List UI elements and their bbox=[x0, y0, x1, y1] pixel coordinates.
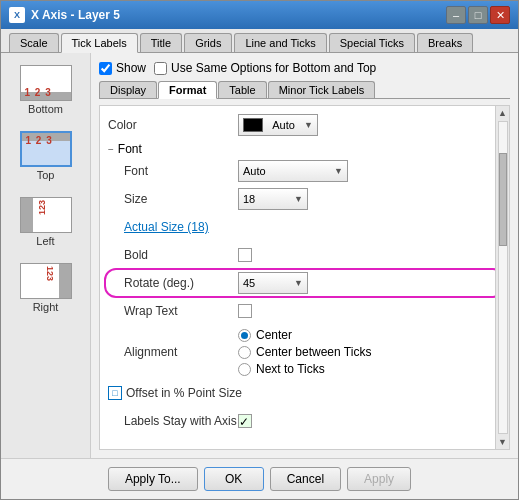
show-label: Show bbox=[116, 61, 146, 75]
sidebar-label-right: Right bbox=[33, 301, 59, 313]
offset-icon: □ bbox=[108, 386, 122, 400]
sidebar-item-left[interactable]: 123 Left bbox=[10, 193, 82, 251]
color-dropdown-arrow: ▼ bbox=[304, 120, 313, 130]
font-section-header: − Font bbox=[108, 142, 501, 156]
alignment-row: Alignment Center Center between Ticks bbox=[108, 328, 501, 376]
title-bar-left: X X Axis - Layer 5 bbox=[9, 7, 120, 23]
offset-label: Offset in % Point Size bbox=[126, 386, 242, 400]
apply-to-button[interactable]: Apply To... bbox=[108, 467, 198, 491]
tab-scale[interactable]: Scale bbox=[9, 33, 59, 52]
font-label: Font bbox=[108, 164, 238, 178]
size-value: 18 bbox=[243, 193, 255, 205]
rotate-row: Rotate (deg.) 45 ▼ bbox=[108, 272, 501, 294]
font-dropdown-arrow: ▼ bbox=[334, 166, 343, 176]
apply-button[interactable]: Apply bbox=[347, 467, 411, 491]
bold-control bbox=[238, 248, 252, 262]
labels-stay-checkbox[interactable]: ✓ bbox=[238, 414, 252, 428]
scroll-track[interactable] bbox=[498, 121, 508, 434]
scroll-up-arrow[interactable]: ▲ bbox=[496, 106, 509, 120]
radio-center-between-btn[interactable] bbox=[238, 346, 251, 359]
bold-checkbox[interactable] bbox=[238, 248, 252, 262]
tab-line-ticks[interactable]: Line and Ticks bbox=[234, 33, 326, 52]
tab-grids[interactable]: Grids bbox=[184, 33, 232, 52]
sidebar: 1 2 3 Bottom 1 2 3 Top 123 Left bbox=[1, 53, 91, 458]
thumb-top: 1 2 3 bbox=[20, 131, 72, 167]
main-tab-bar: Scale Tick Labels Title Grids Line and T… bbox=[1, 29, 518, 53]
rotate-control: 45 ▼ bbox=[238, 272, 308, 294]
sub-tab-display[interactable]: Display bbox=[99, 81, 157, 98]
labels-stay-row: Labels Stay with Axis ✓ bbox=[108, 410, 501, 432]
sidebar-label-left: Left bbox=[36, 235, 54, 247]
radio-center[interactable]: Center bbox=[238, 328, 371, 342]
sidebar-item-bottom[interactable]: 1 2 3 Bottom bbox=[10, 61, 82, 119]
radio-next-to-ticks-btn[interactable] bbox=[238, 363, 251, 376]
radio-center-between-label: Center between Ticks bbox=[256, 345, 371, 359]
sub-tab-format[interactable]: Format bbox=[158, 81, 217, 99]
sub-tab-bar: Display Format Table Minor Tick Labels bbox=[99, 81, 510, 99]
tab-title[interactable]: Title bbox=[140, 33, 182, 52]
rotate-dropdown-arrow: ▼ bbox=[294, 278, 303, 288]
font-row: Font Auto ▼ bbox=[108, 160, 501, 182]
color-row: Color Auto ▼ bbox=[108, 114, 501, 136]
scroll-down-arrow[interactable]: ▼ bbox=[496, 435, 509, 449]
same-options-checkbox[interactable] bbox=[154, 62, 167, 75]
bold-row: Bold bbox=[108, 244, 501, 266]
radio-center-between[interactable]: Center between Ticks bbox=[238, 345, 371, 359]
size-select[interactable]: 18 ▼ bbox=[238, 188, 308, 210]
thumb-bottom: 1 2 3 bbox=[20, 65, 72, 101]
scroll-thumb[interactable] bbox=[499, 153, 507, 246]
maximize-button[interactable]: □ bbox=[468, 6, 488, 24]
actual-size-row: Actual Size (18) bbox=[108, 216, 501, 238]
close-button[interactable]: ✕ bbox=[490, 6, 510, 24]
radio-next-to-ticks[interactable]: Next to Ticks bbox=[238, 362, 371, 376]
tab-tick-labels[interactable]: Tick Labels bbox=[61, 33, 138, 53]
cancel-button[interactable]: Cancel bbox=[270, 467, 341, 491]
radio-center-label: Center bbox=[256, 328, 292, 342]
color-swatch bbox=[243, 118, 263, 132]
right-panel: Show Use Same Options for Bottom and Top… bbox=[91, 53, 518, 458]
sidebar-label-top: Top bbox=[37, 169, 55, 181]
labels-stay-label: Labels Stay with Axis bbox=[108, 414, 238, 428]
wrap-text-checkbox[interactable] bbox=[238, 304, 252, 318]
show-checkbox[interactable] bbox=[99, 62, 112, 75]
sub-tab-table[interactable]: Table bbox=[218, 81, 266, 98]
scrollbar[interactable]: ▲ ▼ bbox=[495, 106, 509, 449]
bottom-bar: Apply To... OK Cancel Apply bbox=[1, 458, 518, 499]
sidebar-item-right[interactable]: 123 Right bbox=[10, 259, 82, 317]
color-control: Auto ▼ bbox=[238, 114, 318, 136]
ok-button[interactable]: OK bbox=[204, 467, 264, 491]
size-label: Size bbox=[108, 192, 238, 206]
main-window: X X Axis - Layer 5 – □ ✕ Scale Tick Labe… bbox=[0, 0, 519, 500]
radio-group-alignment: Center Center between Ticks Next to Tick… bbox=[238, 328, 371, 376]
show-checkbox-label[interactable]: Show bbox=[99, 61, 146, 75]
rotate-label: Rotate (deg.) bbox=[108, 276, 238, 290]
same-options-label[interactable]: Use Same Options for Bottom and Top bbox=[154, 61, 376, 75]
font-control: Auto ▼ bbox=[238, 160, 348, 182]
color-button[interactable]: Auto ▼ bbox=[238, 114, 318, 136]
wrap-text-label: Wrap Text bbox=[108, 304, 238, 318]
title-bar: X X Axis - Layer 5 – □ ✕ bbox=[1, 1, 518, 29]
rotate-select[interactable]: 45 ▼ bbox=[238, 272, 308, 294]
radio-center-btn[interactable] bbox=[238, 329, 251, 342]
actual-size-label[interactable]: Actual Size (18) bbox=[108, 220, 238, 234]
rotate-value: 45 bbox=[243, 277, 255, 289]
font-collapse-icon[interactable]: − bbox=[108, 144, 114, 155]
size-control: 18 ▼ bbox=[238, 188, 308, 210]
window-icon: X bbox=[9, 7, 25, 23]
font-value: Auto bbox=[243, 165, 266, 177]
tab-special-ticks[interactable]: Special Ticks bbox=[329, 33, 415, 52]
labels-stay-control: ✓ bbox=[238, 414, 252, 428]
alignment-control: Center Center between Ticks Next to Tick… bbox=[238, 328, 371, 376]
font-select[interactable]: Auto ▼ bbox=[238, 160, 348, 182]
same-options-text: Use Same Options for Bottom and Top bbox=[171, 61, 376, 75]
sub-tab-minor-tick[interactable]: Minor Tick Labels bbox=[268, 81, 376, 98]
sidebar-item-top[interactable]: 1 2 3 Top bbox=[10, 127, 82, 185]
size-dropdown-arrow: ▼ bbox=[294, 194, 303, 204]
thumb-left: 123 bbox=[20, 197, 72, 233]
bold-label: Bold bbox=[108, 248, 238, 262]
minimize-button[interactable]: – bbox=[446, 6, 466, 24]
font-section-label: Font bbox=[118, 142, 142, 156]
window-title: X Axis - Layer 5 bbox=[31, 8, 120, 22]
alignment-label: Alignment bbox=[108, 345, 238, 359]
tab-breaks[interactable]: Breaks bbox=[417, 33, 473, 52]
